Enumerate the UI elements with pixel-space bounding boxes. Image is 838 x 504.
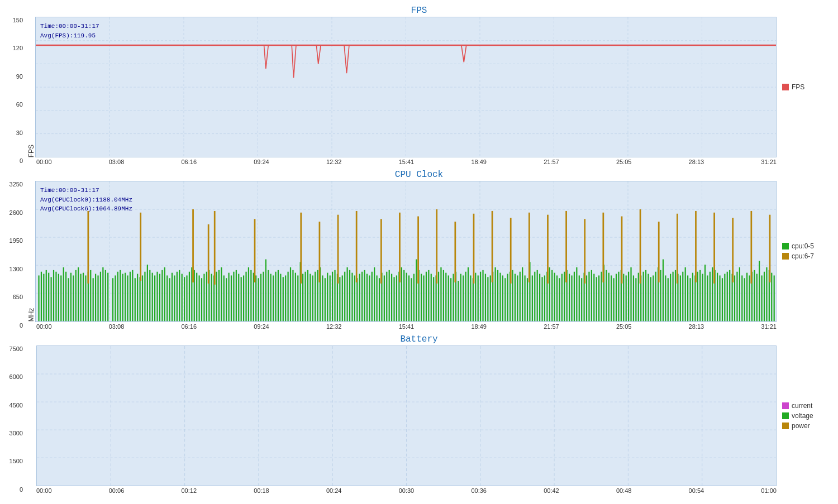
cpu-legend-item-1: cpu:6-7 [782,252,832,260]
cpu-grid-svg [36,181,776,321]
cpu-legend: cpu:0-5 cpu:6-7 [777,181,832,321]
battery-grid-svg [37,346,776,486]
battery-legend-item-voltage: voltage [782,412,832,420]
fps-y-label: FPS [25,17,35,157]
fps-wrapper: 150 120 90 60 30 0 FPS [6,17,832,165]
battery-legend: current voltage power [777,345,832,486]
battery-legend-label-power: power [792,422,810,430]
battery-plot [36,345,777,486]
fps-plot: Time:00:00-31:17 Avg(FPS):119.95 [35,17,777,157]
fps-legend-color [782,84,789,90]
cpu-legend-item-0: cpu:0-5 [782,242,832,250]
cpu-section: CPU Clock 3250 2600 1950 1300 650 0 MHz [0,170,838,329]
cpu-wrapper: 3250 2600 1950 1300 650 0 MHz [6,181,832,329]
cpu-info: Time:00:00-31:17 Avg(CPUClock0):1188.04M… [40,186,132,214]
cpu-x-axis: 00:00 03:08 06:16 09:24 12:32 15:41 18:4… [36,322,777,330]
cpu-x-axis-container: 00:00 03:08 06:16 09:24 12:32 15:41 18:4… [25,322,832,330]
fps-legend: FPS [777,17,832,157]
fps-y-ticks: 150 120 90 60 30 0 [6,17,25,165]
battery-wrapper: 7500 6000 4500 3000 1500 0 [6,345,832,494]
fps-section: FPS 150 120 90 60 30 0 FPS [0,6,838,165]
battery-legend-label-current: current [792,402,812,410]
cpu-legend-label-0: cpu:0-5 [792,242,814,250]
cpu-green-bars [39,260,774,321]
fps-legend-item: FPS [782,83,832,91]
fps-line-svg [36,17,776,157]
cpu-y-label: MHz [25,181,35,321]
fps-plot-row: FPS [25,17,832,157]
battery-title: Battery [6,334,832,344]
cpu-legend-color-0 [782,243,789,249]
battery-plot-row: current voltage power [25,345,832,486]
fps-x-axis-container: 00:00 03:08 06:16 09:24 12:32 15:41 18:4… [25,157,832,165]
battery-legend-label-voltage: voltage [792,412,813,420]
battery-x-axis-container: 00:00 00:06 00:12 00:18 00:24 00:30 00:3… [25,486,832,494]
cpu-legend-label-1: cpu:6-7 [792,252,814,260]
fps-legend-label: FPS [792,83,804,91]
battery-legend-color-voltage [782,412,789,419]
page-container: FPS 150 120 90 60 30 0 FPS [0,0,838,504]
cpu-plot-row: MHz [25,181,832,321]
battery-x-axis: 00:00 00:06 00:12 00:18 00:24 00:30 00:3… [36,486,777,494]
cpu-title: CPU Clock [6,170,832,180]
battery-legend-color-current [782,402,789,409]
battery-section: Battery 7500 6000 4500 3000 1500 0 [0,334,838,494]
fps-title: FPS [6,6,832,16]
battery-area: current voltage power [25,345,832,494]
battery-y-ticks: 7500 6000 4500 3000 1500 0 [6,345,25,494]
fps-area: FPS [25,17,832,165]
battery-legend-color-power [782,423,789,429]
battery-legend-item-power: power [782,422,832,430]
cpu-plot: Time:00:00-31:17 Avg(CPUClock0):1188.04M… [35,181,777,321]
cpu-legend-color-1 [782,253,789,260]
fps-info: Time:00:00-31:17 Avg(FPS):119.95 [40,22,99,40]
cpu-y-ticks: 3250 2600 1950 1300 650 0 [6,181,25,329]
cpu-area: MHz [25,181,832,329]
battery-legend-item-current: current [782,402,832,410]
fps-x-axis: 00:00 03:08 06:16 09:24 12:32 15:41 18:4… [36,157,777,165]
